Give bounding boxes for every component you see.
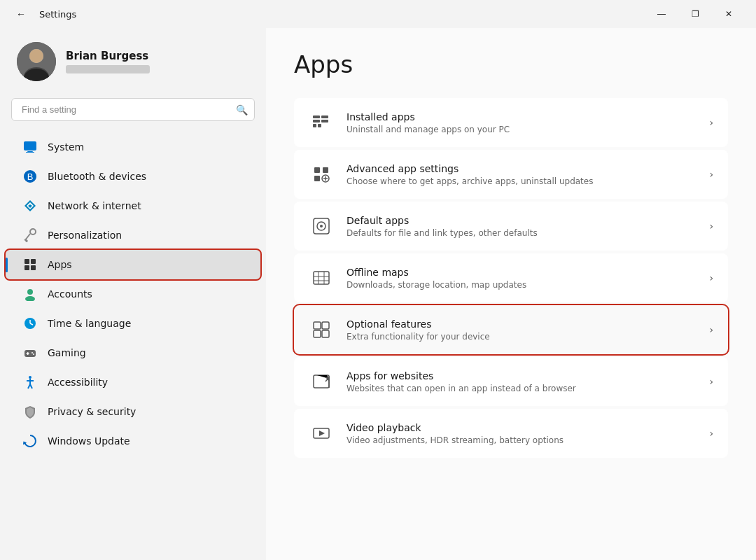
svg-rect-36 <box>313 115 320 118</box>
sidebar-item-label-network: Network & internet <box>48 200 141 211</box>
titlebar-title: Settings <box>39 9 76 20</box>
settings-item-apps-websites[interactable]: Apps for websites Websites that can open… <box>294 357 728 406</box>
search-icon: 🔍 <box>236 104 248 115</box>
personalization-icon <box>22 227 38 243</box>
search-input[interactable] <box>11 98 255 121</box>
avatar <box>17 42 56 81</box>
accessibility-icon <box>22 374 38 390</box>
svg-rect-51 <box>314 272 329 284</box>
video-playback-chevron: › <box>709 428 713 439</box>
installed-apps-desc: Uninstall and manage apps on your PC <box>346 125 702 134</box>
sidebar-item-accounts[interactable]: Accounts <box>6 279 260 309</box>
advanced-app-icon <box>309 162 334 187</box>
svg-text:B: B <box>27 172 34 182</box>
svg-line-15 <box>25 234 30 240</box>
svg-rect-53 <box>322 322 329 329</box>
main-panel: Apps Installed apps Uninstall an <box>266 28 756 560</box>
sidebar-item-label-accessibility: Accessibility <box>48 377 108 388</box>
svg-rect-41 <box>318 124 321 127</box>
offline-maps-chevron: › <box>709 272 713 284</box>
sidebar-item-apps[interactable]: Apps <box>6 250 260 279</box>
sidebar-item-gaming[interactable]: Gaming <box>6 338 260 368</box>
svg-rect-7 <box>26 152 34 153</box>
settings-item-video-playback[interactable]: Video playback Video adjustments, HDR st… <box>294 409 728 458</box>
gaming-icon <box>22 345 38 360</box>
settings-item-advanced-app[interactable]: Advanced app settings Choose where to ge… <box>294 150 728 199</box>
installed-apps-text: Installed apps Uninstall and manage apps… <box>346 111 702 134</box>
svg-point-20 <box>27 289 33 295</box>
minimize-button[interactable]: — <box>645 3 678 25</box>
svg-marker-59 <box>319 430 325 436</box>
svg-point-14 <box>30 229 36 234</box>
svg-rect-37 <box>313 120 320 122</box>
apps-websites-chevron: › <box>709 376 713 387</box>
sidebar-item-network[interactable]: Network & internet <box>6 191 260 220</box>
sidebar-item-label-privacy: Privacy & security <box>48 406 136 417</box>
svg-rect-25 <box>24 350 36 357</box>
installed-apps-title: Installed apps <box>346 111 702 122</box>
svg-point-28 <box>31 352 33 354</box>
settings-item-default-apps[interactable]: Default apps Defaults for file and link … <box>294 202 728 251</box>
svg-point-21 <box>25 296 35 301</box>
sidebar: Brian Burgess 🔍 System <box>0 28 266 560</box>
sidebar-item-label-bluetooth: Bluetooth & devices <box>48 171 146 182</box>
apps-websites-desc: Websites that can open in an app instead… <box>346 384 702 393</box>
svg-point-3 <box>29 49 43 63</box>
video-playback-title: Video playback <box>346 422 702 433</box>
advanced-app-desc: Choose where to get apps, archive apps, … <box>346 176 702 186</box>
installed-apps-icon <box>309 110 334 135</box>
maximize-button[interactable]: ❐ <box>679 3 711 25</box>
sidebar-item-privacy[interactable]: Privacy & security <box>6 397 260 426</box>
page-title: Apps <box>294 50 728 78</box>
settings-item-offline-maps[interactable]: Offline maps Downloads, storage location… <box>294 253 728 302</box>
default-apps-text: Default apps Defaults for file and link … <box>346 215 702 238</box>
sidebar-item-bluetooth[interactable]: B Bluetooth & devices <box>6 162 260 191</box>
svg-rect-40 <box>313 124 316 127</box>
svg-rect-43 <box>323 167 328 173</box>
optional-features-title: Optional features <box>346 318 702 330</box>
sidebar-item-personalization[interactable]: Personalization <box>6 220 260 250</box>
sidebar-nav: System B Bluetooth & devices <box>0 132 266 456</box>
svg-rect-19 <box>31 265 36 270</box>
system-icon <box>22 139 38 155</box>
default-apps-icon <box>309 214 334 239</box>
sidebar-item-label-accounts: Accounts <box>48 288 92 300</box>
close-button[interactable]: ✕ <box>713 3 745 25</box>
sidebar-item-update[interactable]: Windows Update <box>6 426 260 456</box>
apps-icon <box>22 257 38 272</box>
titlebar-controls: — ❐ ✕ <box>645 3 745 25</box>
optional-features-icon <box>309 317 334 342</box>
svg-point-30 <box>29 376 31 379</box>
default-apps-chevron: › <box>709 220 713 232</box>
default-apps-title: Default apps <box>346 215 702 226</box>
sidebar-item-accessibility[interactable]: Accessibility <box>6 368 260 397</box>
advanced-app-title: Advanced app settings <box>346 163 702 174</box>
titlebar-left: ← Settings <box>11 4 76 24</box>
svg-rect-27 <box>27 354 29 355</box>
video-playback-text: Video playback Video adjustments, HDR st… <box>346 422 702 445</box>
settings-item-installed-apps[interactable]: Installed apps Uninstall and manage apps… <box>294 98 728 147</box>
svg-rect-52 <box>314 322 321 329</box>
sidebar-item-label-time: Time & language <box>48 318 131 329</box>
back-button[interactable]: ← <box>11 4 31 24</box>
svg-rect-39 <box>321 120 328 122</box>
sidebar-item-time[interactable]: Time & language <box>6 309 260 338</box>
offline-maps-title: Offline maps <box>346 267 702 278</box>
profile-name: Brian Burgess <box>66 50 150 62</box>
sidebar-item-system[interactable]: System <box>6 132 260 162</box>
svg-rect-44 <box>314 176 320 181</box>
svg-rect-55 <box>322 330 329 337</box>
network-icon <box>22 198 38 214</box>
advanced-app-text: Advanced app settings Choose where to ge… <box>346 163 702 186</box>
profile-area: Brian Burgess <box>0 28 266 98</box>
sidebar-item-label-update: Windows Update <box>48 435 130 447</box>
settings-item-optional-features[interactable]: Optional features Extra functionality fo… <box>294 305 728 354</box>
apps-websites-icon <box>309 369 334 394</box>
default-apps-desc: Defaults for file and link types, other … <box>346 228 702 238</box>
offline-maps-desc: Downloads, storage location, map updates <box>346 280 702 290</box>
titlebar: ← Settings — ❐ ✕ <box>0 0 756 28</box>
update-icon <box>22 433 38 449</box>
profile-email-blur <box>66 65 150 74</box>
apps-websites-text: Apps for websites Websites that can open… <box>346 370 702 393</box>
optional-features-desc: Extra functionality for your device <box>346 332 702 342</box>
